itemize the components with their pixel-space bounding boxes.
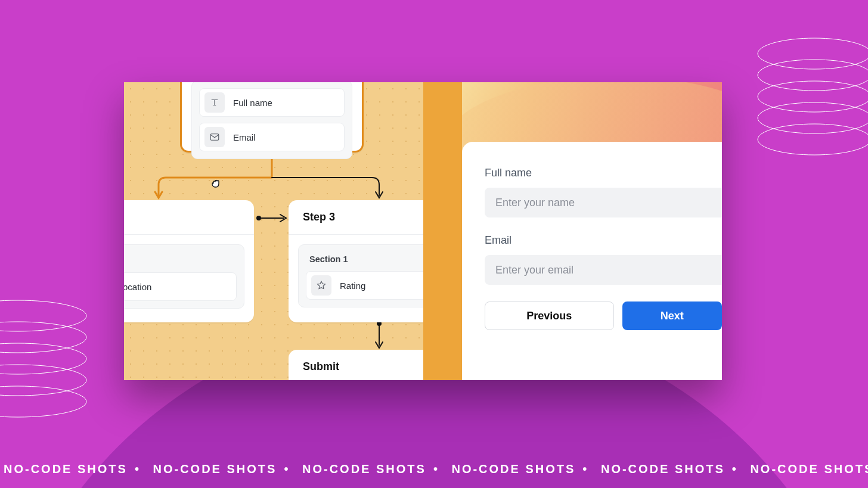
grab-cursor-icon bbox=[209, 176, 224, 191]
svg-point-5 bbox=[0, 300, 86, 331]
flow-field-label: Email bbox=[233, 132, 256, 142]
mail-icon bbox=[204, 127, 225, 147]
star-icon bbox=[311, 275, 331, 296]
email-label: Email bbox=[485, 234, 722, 247]
flow-field-full-name[interactable]: Full name bbox=[199, 88, 345, 117]
flow-section-title: Section 1 bbox=[306, 252, 423, 271]
previous-button[interactable]: Previous bbox=[485, 301, 614, 330]
flow-field-label: ocation bbox=[124, 282, 151, 292]
svg-point-1 bbox=[758, 60, 868, 91]
svg-rect-13 bbox=[210, 134, 219, 141]
text-icon bbox=[204, 92, 225, 113]
flow-section: ocation bbox=[124, 244, 244, 309]
svg-point-6 bbox=[0, 322, 86, 353]
svg-point-2 bbox=[758, 81, 868, 112]
full-name-input[interactable] bbox=[485, 188, 722, 217]
form-preview-pane: Full name Email Previous Next bbox=[462, 82, 722, 380]
email-input[interactable] bbox=[485, 255, 722, 285]
screenshot-card: Full name Email ocation bbox=[124, 82, 722, 380]
flow-section: Section 1 Rating bbox=[298, 244, 423, 307]
flow-node-title: Step 3 bbox=[289, 200, 423, 235]
decoration-coil-top-right bbox=[755, 36, 868, 167]
decoration-coil-bottom-left bbox=[0, 298, 89, 429]
full-name-label: Full name bbox=[485, 167, 722, 179]
flow-node-title: Submit bbox=[289, 350, 423, 380]
svg-point-4 bbox=[758, 124, 868, 155]
flow-node-step-selected[interactable]: Full name Email bbox=[180, 82, 364, 153]
svg-point-11 bbox=[256, 216, 261, 220]
flow-field-label: Full name bbox=[233, 98, 272, 108]
flow-node-step-2[interactable]: ocation bbox=[124, 200, 254, 322]
next-button[interactable]: Next bbox=[622, 301, 722, 330]
flow-node-step-3[interactable]: Step 3 Section 1 Rating bbox=[289, 200, 423, 322]
flow-field-location[interactable]: ocation bbox=[124, 272, 237, 301]
svg-point-7 bbox=[0, 343, 86, 374]
flow-builder-canvas[interactable]: Full name Email ocation bbox=[124, 82, 423, 380]
svg-point-9 bbox=[0, 386, 86, 417]
svg-point-8 bbox=[0, 365, 86, 396]
flow-node-submit[interactable]: Submit bbox=[289, 350, 423, 380]
flow-field-label: Rating bbox=[340, 281, 365, 291]
form-surface: Full name Email Previous Next bbox=[462, 142, 722, 380]
svg-point-3 bbox=[758, 102, 868, 133]
svg-point-0 bbox=[758, 38, 868, 69]
flow-field-email[interactable]: Email bbox=[199, 123, 345, 151]
divider-band bbox=[423, 82, 462, 380]
footer-marquee: NO-CODE SHOTS• NO-CODE SHOTS• NO-CODE SH… bbox=[0, 462, 868, 476]
flow-field-rating[interactable]: Rating bbox=[306, 271, 423, 300]
flow-section: Full name Email bbox=[191, 82, 352, 159]
